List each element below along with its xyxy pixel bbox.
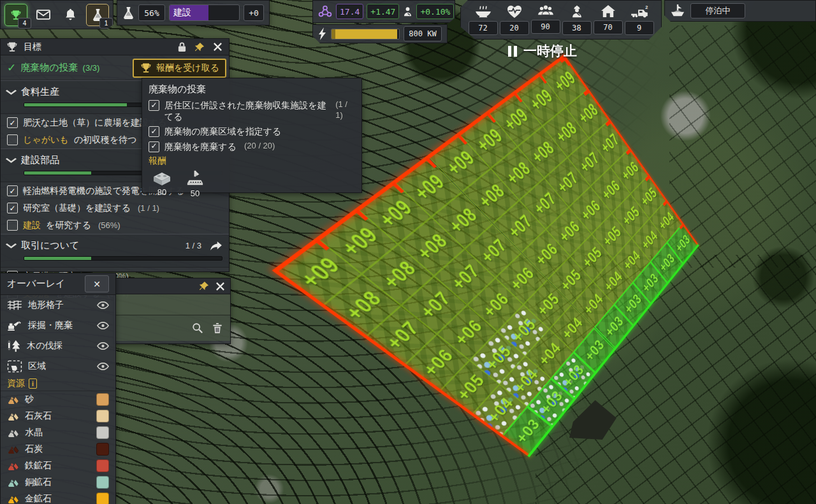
checkbox-checked[interactable]: ✓ [7,185,18,196]
dump-cell-height-label: +07 [553,168,582,198]
tooltip-task-label: 廃棄物を廃棄する [164,141,237,152]
dump-cell-height-label: +05 [452,370,488,404]
objective-task: 建設を研究する(56%) [1,217,229,234]
ship-panel[interactable]: 停泊中 [664,0,816,22]
task-link[interactable]: じゃがいも [23,134,69,146]
resource-icon [7,411,19,422]
research-label: 建設 [173,7,191,18]
dump-cell-height-label: +04 [510,365,541,397]
close-icon[interactable] [215,282,225,291]
reward-amount: 80 [157,187,166,197]
research-alert-button[interactable]: 1 [86,4,109,26]
colony-stats-panel: 722090387029 [460,0,662,40]
dump-cell-height-label: +05 [533,289,563,320]
task-link[interactable]: 建設 [23,220,41,231]
close-icon[interactable] [211,42,224,52]
chevron-down-icon[interactable] [5,89,17,95]
food-icon [474,4,493,18]
stat-value: 38 [562,21,592,35]
resource-icon [7,494,19,504]
eye-icon[interactable] [97,322,109,329]
dump-cell-height-label: +04 [620,247,643,273]
pin-icon[interactable] [199,281,209,291]
game-screen: +09+08+07+06+05+04+03+09+08+07+06+05+04+… [0,0,816,504]
dump-cell-height-label: +03 [622,291,645,317]
messages-button[interactable] [33,4,54,25]
chevron-down-icon[interactable] [5,157,17,163]
section-progress-count: 1 / 3 [186,241,201,250]
eye-icon[interactable] [97,301,109,309]
overlay-item-4[interactable]: 区域 [1,356,115,377]
dump-cell-height-label: +04 [580,290,606,319]
alerts-button[interactable] [59,4,81,25]
claim-reward-button[interactable]: 報酬を受け取る [133,59,226,78]
unity-icon [317,4,333,18]
resource-row[interactable]: 鉄鉱石 [1,457,115,474]
share-arrow-icon[interactable] [210,241,222,251]
overlay-item-3[interactable]: 木の伐採 [1,336,115,356]
dump-cell-height-label: +05 [557,266,585,296]
checkbox-unchecked[interactable] [7,220,18,231]
research-progress-panel[interactable]: 56% 建設 +0 [117,0,270,25]
dump-cell-height-label: +08 [474,180,509,213]
stat-item[interactable]: 70 [593,4,623,34]
resource-name: 水晶 [25,427,91,438]
dump-cell-height-label: +07 [415,287,455,323]
dump-cell-height-label: +07 [381,317,425,354]
stat-item[interactable]: 29 [624,4,655,35]
trash-icon[interactable] [212,322,222,334]
eye-icon[interactable] [97,342,109,350]
eye-icon[interactable] [97,363,109,370]
quest-name: 廃棄物の投棄 [20,62,78,74]
dump-cell-height-label: +05 [508,314,540,346]
objectives-button[interactable]: 4 [4,4,27,26]
unity-delta: +1.47 [367,4,399,19]
overlay-item-2[interactable]: 採掘・廃棄 [1,315,115,336]
objective-section[interactable]: 取引について1 / 3 [1,234,229,268]
mail-icon [36,10,50,20]
resource-icon [7,477,19,488]
overlay-item-1[interactable]: 地形格子 [1,295,115,315]
resource-row[interactable]: 砂 [1,391,115,408]
research-queue-button[interactable]: +0 [244,4,264,21]
checkbox-unchecked[interactable] [7,134,18,145]
tooltip-task-count: (1 / 1) [335,99,355,122]
checkbox-checked[interactable]: ✓ [7,203,18,213]
objectives-title: 目標 [24,41,170,53]
dump-cell-height-label: +06 [599,176,623,204]
lock-icon[interactable] [175,41,188,52]
dump-cell-height-label: +07 [476,234,511,268]
resource-row[interactable]: 金鉱石 [1,491,115,504]
terrain-grid-overlay [669,25,816,268]
resource-name: 石炭 [25,443,91,455]
stat-item[interactable]: 90 [530,4,561,34]
research-progress-bar[interactable]: 建設 [169,4,240,21]
resource-row[interactable]: 銅鉱石 [1,474,115,491]
dump-cell-height-label: +07 [447,260,484,294]
resource-icon [7,444,19,455]
stat-value: 90 [531,20,560,34]
resources-section: 資源 i [1,377,115,391]
tooltip-task-label: 廃棄物の廃棄区域を指定する [164,126,281,137]
reward-amount: 50 [191,189,200,198]
task-text: 研究室（基礎）を建設する [23,203,131,214]
resource-row[interactable]: 石灰石 [1,408,115,424]
beacon-icon [184,169,206,187]
stat-item[interactable]: 72 [468,4,499,35]
checkbox-checked[interactable]: ✓ [7,117,18,128]
resource-icon [7,394,19,405]
chevron-down-icon[interactable] [5,243,17,248]
dump-cell-height-label: +03 [657,250,677,275]
power-bar [331,29,400,40]
close-button[interactable]: ✕ [85,275,109,292]
resource-row[interactable]: 水晶 [1,424,115,441]
dump-cell-height-label: +06 [479,288,513,321]
pin-icon[interactable] [193,42,206,52]
dump-cell-height-label: +04 [483,394,517,426]
stat-item[interactable]: 38 [562,4,592,35]
stat-item[interactable]: 20 [499,4,530,35]
search-icon[interactable] [192,322,203,334]
resource-row[interactable]: 石炭 [1,441,115,457]
workers-icon [570,4,584,18]
info-icon: i [29,378,37,389]
